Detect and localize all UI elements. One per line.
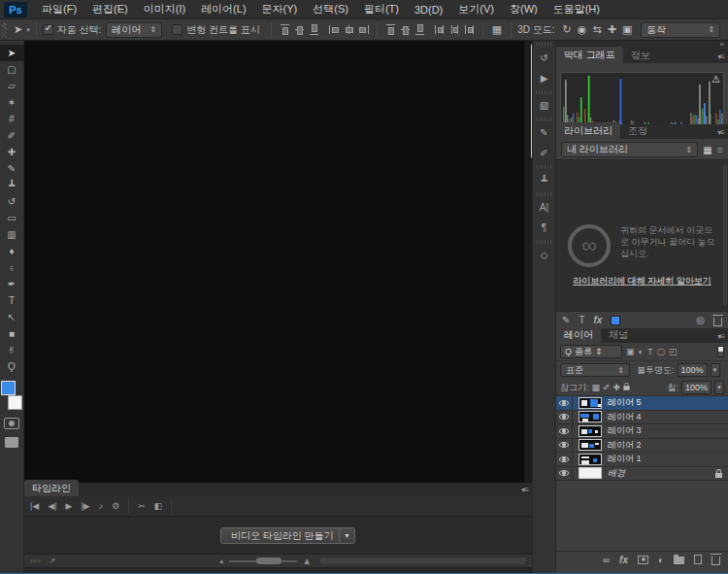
grid-view-icon[interactable]: ▦ xyxy=(703,145,711,155)
filter-smart-objects-icon[interactable]: ◰ xyxy=(669,347,678,356)
dock-grip[interactable] xyxy=(536,43,552,47)
align-left-icon[interactable] xyxy=(329,24,340,35)
tool-pen[interactable]: ✒ xyxy=(0,276,24,292)
dock-grip[interactable] xyxy=(536,240,552,244)
previous-frame-icon[interactable]: ◀| xyxy=(48,501,56,511)
eye-icon[interactable] xyxy=(559,470,569,476)
layer-row-background[interactable]: 배경 xyxy=(556,467,728,482)
align-vcenter-icon[interactable] xyxy=(294,24,305,35)
dock-grip[interactable] xyxy=(536,90,552,94)
menu-filter[interactable]: 필터(T) xyxy=(357,0,406,18)
paragraph-panel-button[interactable]: ¶ xyxy=(532,218,556,238)
layer-name[interactable]: 배경 xyxy=(608,467,625,480)
align-top-icon[interactable] xyxy=(280,24,290,35)
distribute-bottom-icon[interactable] xyxy=(414,24,425,35)
fill-field[interactable]: 100% xyxy=(681,381,711,394)
menu-help[interactable]: 도움말(H) xyxy=(546,0,607,18)
filter-toggle[interactable] xyxy=(717,346,724,357)
eye-icon[interactable] xyxy=(559,414,569,420)
first-frame-icon[interactable]: |◀ xyxy=(30,501,39,511)
visibility-cell[interactable] xyxy=(556,396,573,410)
layer-name[interactable]: 레이어 3 xyxy=(608,424,642,437)
menu-3d[interactable]: 3D(D) xyxy=(408,2,449,17)
quick-mask-button[interactable] xyxy=(4,418,19,429)
next-frame-icon[interactable]: |▶ xyxy=(81,501,89,511)
tool-move[interactable]: ➤ xyxy=(0,45,24,61)
menu-view[interactable]: 보기(V) xyxy=(451,0,501,18)
dock-grip[interactable] xyxy=(536,118,552,121)
layer-row-5[interactable]: 레이어 5 xyxy=(556,396,728,411)
menu-layer[interactable]: 레이어(L) xyxy=(194,0,252,18)
histogram-warning-icon[interactable]: ⚠ xyxy=(711,74,720,84)
eye-icon[interactable] xyxy=(559,400,569,406)
history-panel-button[interactable]: ↺ xyxy=(532,48,556,68)
lock-position-icon[interactable]: ✚ xyxy=(613,383,621,392)
layer-thumbnail[interactable] xyxy=(579,439,602,451)
visibility-cell[interactable] xyxy=(556,411,573,424)
libraries-scrollbar[interactable] xyxy=(723,164,727,306)
filter-pixel-layers-icon[interactable]: ▣ xyxy=(626,347,635,356)
transition-icon[interactable]: ◧ xyxy=(154,501,163,511)
tool-eraser[interactable]: ▭ xyxy=(0,210,24,226)
screen-mode-button[interactable] xyxy=(5,437,18,448)
visibility-cell[interactable] xyxy=(556,467,573,481)
lock-all-icon[interactable] xyxy=(623,386,629,390)
tab-layers[interactable]: 레이어 xyxy=(556,326,601,343)
options-grip[interactable] xyxy=(2,22,7,38)
timeline-settings-icon[interactable]: ⚙ xyxy=(112,501,119,511)
layer-thumbnail[interactable] xyxy=(579,425,602,437)
tab-timeline[interactable]: 타임라인 xyxy=(24,480,79,496)
create-video-timeline-button[interactable]: 비디오 타임라인 만들기 xyxy=(220,527,345,544)
filter-type-layers-icon[interactable]: T xyxy=(647,347,653,356)
eye-icon[interactable] xyxy=(559,428,569,434)
tool-crop[interactable]: # xyxy=(0,111,24,127)
show-transform-checkbox[interactable] xyxy=(172,24,182,35)
distribute-hcenter-icon[interactable] xyxy=(449,24,460,35)
background-color-swatch[interactable] xyxy=(8,395,22,410)
play-icon[interactable]: ▶ xyxy=(66,501,73,511)
menu-edit[interactable]: 편집(E) xyxy=(85,0,135,18)
adjustments-panel-button[interactable]: ▧ xyxy=(532,95,556,116)
workspace-dropdown[interactable]: 동작⇕ xyxy=(641,22,720,38)
layer-name[interactable]: 레이어 2 xyxy=(608,439,642,452)
delete-library-item-icon[interactable] xyxy=(713,318,722,326)
opacity-field[interactable]: 100% xyxy=(678,363,708,377)
tool-eyedropper[interactable]: ✐ xyxy=(0,127,24,144)
tool-preset-caret-icon[interactable]: ▾ xyxy=(26,26,30,34)
panel-menu-icon[interactable]: ▾≡ xyxy=(717,128,728,139)
filter-shape-layers-icon[interactable]: ▢ xyxy=(656,347,665,356)
tool-blur[interactable]: ♦ xyxy=(0,243,24,259)
panel-menu-icon[interactable]: ▾≡ xyxy=(717,332,728,343)
layer-thumbnail[interactable] xyxy=(579,467,602,479)
delete-layer-icon[interactable] xyxy=(711,557,720,565)
add-color-swatch-icon[interactable] xyxy=(611,316,620,325)
tool-brush[interactable]: ✎ xyxy=(0,160,24,177)
menu-image[interactable]: 이미지(I) xyxy=(137,0,192,18)
align-bottom-icon[interactable] xyxy=(309,24,319,35)
fill-caret-icon[interactable]: ▼ xyxy=(714,381,724,394)
brush-panel-button[interactable]: ✎ xyxy=(532,122,556,143)
distribute-right-icon[interactable] xyxy=(464,24,475,35)
lock-paint-icon[interactable]: ✐ xyxy=(603,383,611,392)
audio-toggle-icon[interactable]: ♪ xyxy=(99,501,104,511)
add-character-style-icon[interactable]: T xyxy=(579,315,584,325)
brush-presets-panel-button[interactable]: ✐ xyxy=(532,143,556,163)
3d-roll-icon[interactable]: ◉ xyxy=(575,23,590,36)
menu-file[interactable]: 파일(F) xyxy=(35,0,83,18)
tool-gradient[interactable]: ▥ xyxy=(0,226,24,243)
layer-row-4[interactable]: 레이어 4 xyxy=(556,411,728,425)
timeline-horizontal-scrollbar[interactable] xyxy=(320,557,526,564)
canvas-vertical-scrollbar[interactable] xyxy=(524,41,532,483)
dock-grip[interactable] xyxy=(536,165,552,169)
tool-rectangular-marquee[interactable]: ▢ xyxy=(0,61,24,78)
auto-select-dropdown[interactable]: 레이어⇕ xyxy=(106,22,162,38)
actions-panel-button[interactable]: ▶ xyxy=(532,68,556,88)
lock-transparent-icon[interactable]: ▦ xyxy=(592,383,601,392)
layer-row-2[interactable]: 레이어 2 xyxy=(556,439,728,454)
align-hcenter-icon[interactable] xyxy=(344,24,354,35)
add-layer-mask-icon[interactable] xyxy=(638,556,648,564)
tool-hand[interactable]: ✌ xyxy=(0,342,24,358)
move-tool-preset-icon[interactable]: ➤ xyxy=(11,23,25,36)
eye-icon[interactable] xyxy=(559,456,569,462)
layer-thumbnail[interactable] xyxy=(579,454,602,465)
